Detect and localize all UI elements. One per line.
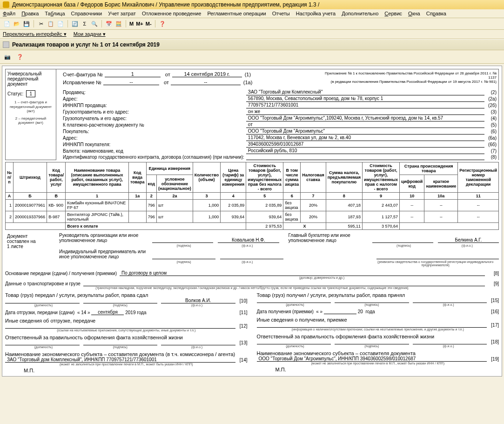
info-value: ЗАО "Торговый дом Комплексный" (246, 89, 484, 95)
accountant-sign (372, 242, 433, 243)
receiver-title: Товар (груз) получил / услуги, результат… (257, 292, 499, 298)
basis-value: По договору в целом (120, 270, 485, 276)
basis-label: Основание передачи (сдачи) / получения (… (5, 271, 120, 276)
calendar-icon[interactable]: 📅 (105, 20, 113, 28)
switch-interface-link[interactable]: Переключить интерфейс ▾ (3, 31, 67, 37)
title-bar: Демонстрационная база / Федоров Борис Ми… (0, 0, 504, 9)
menu-cost[interactable]: Учет затрат (108, 11, 136, 16)
info-ref: (6б) (484, 141, 498, 148)
menu-service[interactable]: Сервис (384, 11, 402, 16)
cut-icon[interactable]: ✂ (37, 20, 45, 28)
calc-icon[interactable]: 🧮 (114, 20, 123, 28)
zoom-icon[interactable]: 🔍 (90, 20, 99, 28)
menu-table[interactable]: Таблица (45, 11, 65, 16)
ship-date-label: Дата отгрузки, передачи (сдачи) (5, 310, 74, 315)
menu-reports[interactable]: Отчеты (272, 11, 290, 16)
menu-file[interactable]: Файл (3, 11, 15, 16)
save-icon[interactable]: 💾 (22, 20, 31, 28)
accountant-name: Белкина А.Г. (438, 237, 499, 243)
menu-reg[interactable]: Регламентные операции (207, 11, 266, 16)
info-value: 567890, Москва, Севастопольский проезд, … (246, 95, 484, 102)
seller-info-table: Продавец:ЗАО "Торговый дом Комплексный"(… (61, 89, 498, 160)
m-plus-btn[interactable]: M+ (135, 20, 144, 28)
info-value: он же (246, 108, 484, 115)
receiver-org: ООО "Торговый Дом "Агроимпульс", ИНН/КПП… (257, 356, 487, 362)
status-note-1: 1 – счет-фактура и передаточный документ… (7, 100, 54, 114)
sender-column: Товар (груз) передал / услуги, результат… (5, 292, 248, 373)
status-note-2: 2 – передаточный документ (акт) (7, 116, 54, 125)
sum-icon[interactable]: Σ (81, 20, 89, 28)
info-label: ИНН/КПП продавца: (61, 102, 246, 108)
director-label: Руководитель организации или иное уполно… (59, 233, 152, 243)
info-ref: (6) (484, 128, 498, 135)
info-label: Идентификатор государственного контракта… (61, 154, 246, 160)
receiver-mp: М.П. (257, 367, 499, 372)
invoice-date: 14 сентября 2019 г. (172, 71, 242, 77)
info-value: 7709757121/773601001 (246, 102, 484, 108)
menu-ref[interactable]: Справочники (71, 11, 102, 16)
help2-icon[interactable]: ❓ (15, 52, 25, 61)
total-grand: 3 570,64 (363, 223, 400, 230)
director-sign (152, 242, 213, 243)
receive-date-label: Дата получения (приемки) (257, 309, 314, 314)
m-minus-btn[interactable]: M- (145, 20, 152, 28)
help-icon[interactable]: ❓ (158, 20, 167, 28)
info-label: Продавец: (61, 89, 246, 95)
info-ref: (7) (484, 148, 498, 154)
sender-org: ЗАО "Торговый дом Комплексный", ИНН/КПП … (5, 357, 235, 363)
info-value: Российский рубль, 810 (246, 148, 484, 154)
open-icon[interactable]: 📂 (13, 20, 21, 28)
refresh-icon[interactable]: 🔄 (71, 20, 79, 28)
appendix-note: Приложение № 1 к постановлению Правитель… (322, 69, 498, 88)
entrepreneur-label: Индивидуальный предприниматель или иное … (59, 249, 152, 259)
new-icon[interactable]: 📄 (3, 20, 11, 28)
info-label: Покупатель: (61, 128, 246, 135)
upd-l2: передаточный (7, 76, 54, 81)
info-label: Адрес: (61, 95, 246, 102)
menu-bar[interactable]: Файл Правка Таблица Справочники Учет зат… (0, 9, 504, 18)
table-row: 22000019337966В-987Вентилятор JIPONIC (Т… (6, 211, 499, 223)
toolbar: 📄 📂 💾 ✂ 📋 📄 🔄 Σ 🔍 📅 🧮 M M+ M- ❓ (0, 18, 504, 30)
document-page: Универсальный передаточный документ Стат… (3, 67, 501, 375)
info-value (246, 154, 484, 160)
info-ref: (6а) (484, 135, 498, 141)
upd-l3: документ (7, 81, 54, 87)
info-ref: (8) (484, 154, 498, 160)
info-label: К платежно-расчетному документу № (61, 121, 246, 128)
doc-title-bar: Реализация товаров и услуг № 1 от 14 сен… (0, 39, 504, 50)
app-logo-icon (3, 1, 9, 8)
info-value: 394036002598/010012687 (246, 141, 484, 148)
switcher-bar: Переключить интерфейс ▾ Мои задачи ▾ (0, 30, 504, 39)
menu-deferred[interactable]: Отложенное проведение (142, 11, 201, 16)
doc-page-count: Документсоставлен на1 листе (5, 233, 56, 269)
sub-toolbar: 📷 ❓ (0, 50, 504, 64)
correction-date: -- (171, 79, 241, 85)
print-preview-icon[interactable]: 📷 (3, 52, 12, 61)
info-ref: (4) (484, 115, 498, 121)
accountant-label: Главный бухгалтер или иное уполномоченно… (279, 233, 372, 243)
copy-icon[interactable]: 📋 (47, 20, 55, 28)
invoice-no-label: Счет-фактура № (63, 72, 103, 77)
my-tasks-link[interactable]: Мои задачи ▾ (74, 31, 106, 37)
correction-no: -- (103, 79, 159, 85)
upd-box: Универсальный передаточный документ Стат… (5, 69, 56, 160)
info-ref: (2) (484, 89, 498, 95)
info-label: Валюта: наименование, код (61, 148, 246, 154)
menu-setup[interactable]: Настройка учета (296, 11, 336, 16)
info-label: Грузополучатель и его адрес: (61, 115, 246, 121)
paste-icon[interactable]: 📄 (56, 20, 65, 28)
menu-edit[interactable]: Правка (21, 11, 39, 16)
sender-mp: М.П. (5, 368, 248, 373)
transport-label: Данные о транспортировке и грузе (5, 281, 83, 286)
items-table: № п/п Штрихкод Код товара/ работ, услуг … (5, 162, 499, 230)
total-tax: 595,11 (326, 223, 362, 230)
title-text: Демонстрационная база / Федоров Борис Ми… (12, 1, 319, 8)
info-ref: (2б) (484, 102, 498, 108)
menu-help[interactable]: Справка (426, 11, 446, 16)
doc-title-text: Реализация товаров и услуг № 1 от 14 сен… (12, 41, 160, 48)
m-btn[interactable]: M (129, 20, 134, 28)
menu-windows[interactable]: Окна (408, 11, 420, 16)
receiver-column: Товар (груз) получил / услуги, результат… (257, 292, 499, 373)
info-value: 117042, Москва г, Веневская ул, дом № 2,… (246, 135, 484, 141)
menu-more[interactable]: Дополнительно (342, 11, 378, 16)
